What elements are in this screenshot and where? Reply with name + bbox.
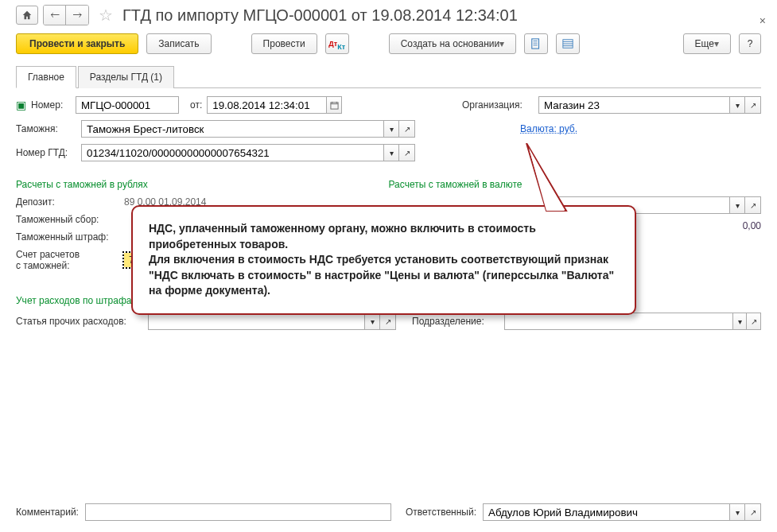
list-icon-button[interactable] — [556, 33, 580, 54]
date-input[interactable] — [207, 96, 326, 114]
tab-sections[interactable]: Разделы ГТД (1) — [78, 66, 174, 88]
responsible-label: Ответственный: — [406, 507, 476, 518]
create-based-button[interactable]: Создать на основании — [389, 33, 517, 54]
forward-button[interactable]: 🡒 — [66, 6, 88, 25]
subdiv-dropdown-icon[interactable]: ▾ — [732, 313, 747, 330]
customs-open-icon[interactable]: ↗ — [399, 120, 415, 138]
tab-main[interactable]: Главное — [16, 66, 76, 88]
back-button[interactable]: 🡐 — [44, 6, 66, 25]
subdiv-input[interactable] — [504, 313, 732, 330]
page-title: ГТД по импорту МГЦО-000001 от 19.08.2014… — [122, 6, 518, 25]
deposit-label: Депозит: — [16, 196, 119, 208]
fee-label: Таможенный сбор: — [16, 214, 119, 225]
favorite-star-icon[interactable]: ☆ — [99, 6, 113, 25]
expense-item-label: Статья прочих расходов: — [16, 316, 143, 327]
expense-item-input[interactable] — [148, 313, 364, 330]
fine-label: Таможенный штраф: — [16, 231, 119, 243]
more-button[interactable]: Еще — [683, 33, 731, 54]
calendar-icon[interactable] — [326, 96, 342, 114]
val-deposit-open-icon[interactable]: ↗ — [745, 196, 761, 214]
subdiv-label: Подразделение: — [412, 316, 499, 327]
customs-dropdown-icon[interactable]: ▾ — [383, 120, 399, 138]
org-open-icon[interactable]: ↗ — [745, 96, 761, 114]
customs-input[interactable] — [81, 120, 383, 138]
from-label: от: — [190, 99, 202, 111]
org-label: Организация: — [462, 99, 534, 111]
gtd-open-icon[interactable]: ↗ — [399, 144, 415, 161]
expense-item-dropdown-icon[interactable]: ▾ — [364, 313, 380, 330]
subdiv-open-icon[interactable]: ↗ — [747, 313, 761, 330]
expense-item-open-icon[interactable]: ↗ — [380, 313, 396, 330]
svg-rect-8 — [331, 102, 338, 108]
responsible-dropdown-icon[interactable]: ▾ — [729, 503, 745, 521]
comment-label: Комментарий: — [16, 507, 79, 518]
customs-label: Таможня: — [16, 123, 76, 134]
save-button[interactable]: Записать — [146, 33, 211, 54]
help-button[interactable]: ? — [739, 33, 761, 54]
currency-link[interactable]: Валюта: руб. — [520, 123, 577, 134]
callout-text-2: Для включения в стоимость НДС требуется … — [149, 253, 614, 297]
acct-label: Счет расчетовс таможней: — [16, 249, 119, 272]
svg-rect-0 — [532, 39, 539, 49]
posted-icon: ▣ — [16, 99, 26, 111]
gtd-dropdown-icon[interactable]: ▾ — [383, 144, 399, 161]
callout-text-1: НДС, уплаченный таможенному органу, можн… — [149, 222, 536, 250]
number-input[interactable] — [76, 96, 179, 114]
val-fee-hidden: 0,00 — [743, 220, 761, 231]
responsible-open-icon[interactable]: ↗ — [745, 503, 761, 521]
gtd-num-input[interactable] — [81, 144, 383, 161]
gtd-num-label: Номер ГТД: — [16, 147, 76, 158]
post-and-close-button[interactable]: Провести и закрыть — [16, 33, 138, 54]
report-icon-button[interactable] — [524, 33, 548, 54]
org-input[interactable] — [538, 96, 729, 114]
close-icon[interactable]: × — [760, 14, 766, 27]
home-button[interactable] — [16, 6, 38, 25]
info-callout: НДС, уплаченный таможенному органу, можн… — [131, 205, 636, 315]
org-dropdown-icon[interactable]: ▾ — [729, 96, 745, 114]
number-label: Номер: — [31, 99, 71, 111]
post-button[interactable]: Провести — [251, 33, 317, 54]
rub-section-header: Расчеты с таможней в рублях — [16, 179, 389, 190]
val-deposit-dropdown-icon[interactable]: ▾ — [729, 196, 745, 214]
dtkt-button[interactable]: ДтКт — [325, 33, 349, 54]
comment-input[interactable] — [85, 503, 391, 521]
nav-group: 🡐 🡒 — [43, 5, 89, 25]
responsible-input[interactable] — [483, 503, 729, 521]
